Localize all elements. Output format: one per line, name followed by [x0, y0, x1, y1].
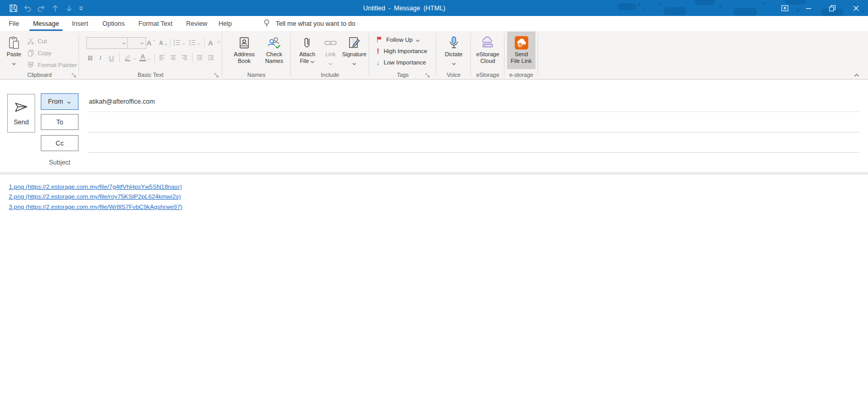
undo-icon[interactable]: [20, 0, 34, 16]
e-storage-group: Send File Link e-storage: [504, 31, 538, 79]
cc-label: Cc: [56, 140, 64, 147]
check-names-label-1: Check: [266, 51, 282, 58]
format-painter-button[interactable]: Format Painter: [27, 60, 77, 70]
shrink-font-icon: A: [159, 40, 163, 46]
tab-insert[interactable]: Insert: [67, 16, 93, 31]
grow-font-icon: A: [147, 39, 151, 47]
send-file-link-icon: [514, 35, 529, 51]
decrease-indent-icon: [196, 54, 203, 62]
voice-group-label: Voice: [436, 72, 471, 78]
clipboard-dialog-launcher-icon[interactable]: [71, 71, 77, 77]
check-names-icon: [267, 35, 281, 51]
minimize-icon[interactable]: [797, 0, 820, 16]
file-link-1[interactable]: 1.png (https://2.estorage.com.my/file/7g…: [9, 182, 182, 192]
tab-help[interactable]: Help: [214, 16, 236, 31]
ribbon-display-options-icon[interactable]: [773, 0, 797, 16]
subject-label: Subject: [41, 159, 78, 166]
highlight-color-button[interactable]: [123, 53, 136, 63]
tab-file[interactable]: File: [5, 16, 23, 31]
font-name-combo[interactable]: [86, 37, 128, 49]
chevron-down-icon: [352, 58, 356, 68]
subject-input[interactable]: [89, 157, 853, 169]
dictate-label: Dictate: [445, 51, 462, 58]
bullets-icon: [173, 39, 181, 47]
address-book-button[interactable]: Address Book: [229, 32, 259, 64]
signature-button[interactable]: Signature: [340, 32, 368, 68]
from-button[interactable]: From: [41, 93, 78, 110]
numbering-button[interactable]: [188, 38, 201, 48]
check-names-button[interactable]: Check Names: [260, 32, 288, 64]
attachment-links: 1.png (https://2.estorage.com.my/file/7g…: [9, 182, 182, 212]
window-controls: [773, 0, 868, 16]
divider: [170, 38, 170, 47]
clear-formatting-button[interactable]: A: [208, 38, 220, 48]
low-importance-icon: ↓: [375, 59, 381, 67]
tell-me-label: Tell me what you want to do: [276, 20, 355, 27]
bold-button[interactable]: B: [88, 53, 93, 63]
decrease-indent-button[interactable]: [196, 53, 203, 63]
divider: [204, 38, 205, 47]
to-button[interactable]: To: [41, 114, 78, 130]
names-group-label: Names: [222, 72, 291, 78]
estorage-cloud-icon: [480, 35, 496, 51]
high-importance-button[interactable]: ! High Importance: [375, 46, 427, 56]
font-size-combo[interactable]: [127, 37, 146, 49]
tab-message[interactable]: Message: [29, 16, 62, 31]
align-left-button[interactable]: [158, 53, 166, 63]
font-color-button[interactable]: A: [139, 53, 151, 63]
send-button[interactable]: Send: [7, 94, 35, 133]
tab-options[interactable]: Options: [98, 16, 130, 31]
move-down-icon[interactable]: [62, 0, 76, 16]
send-file-link-label-2: File Link: [511, 58, 532, 64]
grow-font-button[interactable]: A^: [147, 38, 155, 48]
estorage-cloud-label-2: Cloud: [480, 58, 495, 64]
cc-button[interactable]: Cc: [41, 135, 78, 151]
shrink-font-button[interactable]: A˅: [159, 38, 167, 48]
align-center-button[interactable]: [169, 53, 177, 63]
increase-indent-button[interactable]: [207, 53, 215, 63]
save-icon[interactable]: [6, 0, 20, 16]
estorage-cloud-label-1: eStorage: [476, 51, 499, 58]
high-importance-icon: !: [375, 47, 381, 55]
customize-quick-access-icon[interactable]: [76, 0, 86, 16]
align-right-button[interactable]: [181, 53, 188, 63]
message-body[interactable]: 1.png (https://2.estorage.com.my/file/7g…: [0, 175, 868, 408]
file-link-2[interactable]: 2.png (https://2.estorage.com.my/file/ro…: [9, 192, 182, 202]
bullets-button[interactable]: [173, 38, 185, 48]
outlook-message-window: Untitled - Message (HTML) File Message I…: [0, 0, 868, 408]
from-field-line: [89, 111, 859, 112]
redo-icon[interactable]: [34, 0, 48, 16]
follow-up-label: Follow Up: [386, 37, 413, 43]
follow-up-button[interactable]: Follow Up: [375, 35, 420, 45]
to-input[interactable]: [89, 117, 853, 129]
collapse-ribbon-icon[interactable]: [851, 72, 862, 79]
e-storage-group-label: e-storage: [504, 72, 538, 78]
dictate-button[interactable]: Dictate: [439, 32, 468, 68]
link-button[interactable]: Link: [321, 32, 340, 68]
from-value[interactable]: atikah@afteroffice.com: [89, 98, 155, 105]
send-file-link-button[interactable]: Send File Link: [507, 32, 535, 64]
underline-button[interactable]: U: [109, 53, 114, 63]
move-up-icon[interactable]: [48, 0, 62, 16]
ribbon-tab-row: File Message Insert Options Format Text …: [0, 16, 868, 31]
attach-file-button[interactable]: Attach File: [295, 32, 320, 64]
tags-dialog-launcher-icon[interactable]: [425, 71, 431, 77]
tab-review[interactable]: Review: [181, 16, 212, 31]
send-plane-icon: [13, 101, 29, 116]
cut-button[interactable]: Cut: [27, 36, 47, 46]
basic-text-dialog-launcher-icon[interactable]: [214, 71, 220, 77]
restore-icon[interactable]: [820, 0, 844, 16]
close-icon[interactable]: [844, 0, 868, 16]
tell-me-box[interactable]: Tell me what you want to do: [262, 16, 355, 31]
cc-input[interactable]: [89, 137, 853, 150]
italic-button[interactable]: I: [99, 53, 102, 63]
format-painter-icon: [27, 61, 35, 70]
paste-button[interactable]: Paste: [3, 32, 25, 68]
low-importance-button[interactable]: ↓ Low Importance: [375, 57, 426, 68]
estorage-cloud-button[interactable]: eStorage Cloud: [473, 32, 502, 64]
check-names-label-2: Names: [265, 58, 283, 64]
copy-button[interactable]: Copy: [27, 48, 52, 58]
tab-format-text[interactable]: Format Text: [134, 16, 177, 31]
signature-icon: [348, 35, 361, 51]
file-link-3[interactable]: 3.png (https://2.estorage.com.my/file/Wr…: [9, 202, 182, 212]
